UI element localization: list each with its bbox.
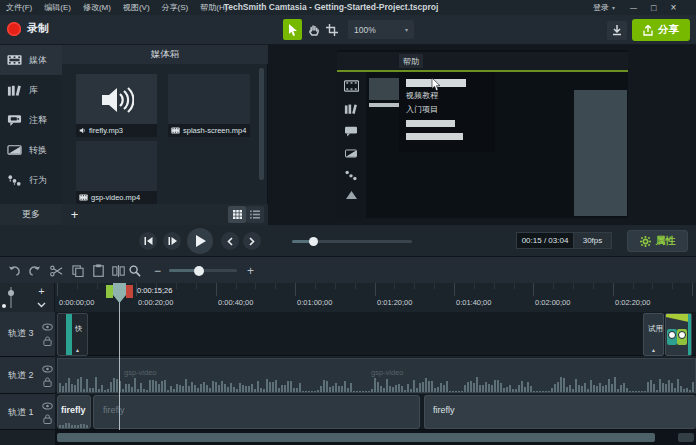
video-preview[interactable]: 帮助 视频教程 入门项目: [337, 50, 628, 218]
paste-button[interactable]: [90, 262, 107, 279]
add-media-button[interactable]: +: [66, 206, 83, 223]
scrollbar-corner: [0, 430, 55, 445]
grid-view-button[interactable]: [228, 206, 246, 223]
film-icon: [79, 194, 88, 201]
menu-edit[interactable]: 编辑(E): [38, 0, 77, 15]
track-lane-3[interactable]: [55, 312, 696, 356]
callout-icon: [7, 113, 22, 127]
zoom-in-button[interactable]: +: [243, 262, 258, 279]
clip-callouts[interactable]: [665, 313, 692, 356]
sidebar-item-label: 库: [29, 84, 38, 97]
timeline-zoom-slider[interactable]: [169, 269, 237, 272]
canvas-zoom-slider[interactable]: [292, 240, 412, 243]
clip-teal-strip: [688, 314, 692, 356]
magnifier-icon: [129, 265, 141, 277]
step-back-button[interactable]: [139, 232, 157, 250]
redo-button[interactable]: [26, 262, 43, 279]
clip-label: 快: [75, 324, 82, 334]
signin-button[interactable]: 登录 ▾: [593, 0, 615, 15]
collapse-tracks-button[interactable]: [33, 298, 50, 311]
eye-icon[interactable]: [42, 402, 53, 410]
zoom-value: 100%: [354, 25, 376, 35]
clip-intro[interactable]: 快 ▲: [57, 313, 88, 356]
clip-gsp-video[interactable]: gsp-video gsp-video: [57, 358, 696, 393]
undo-button[interactable]: [6, 262, 23, 279]
crop-tool-button[interactable]: [323, 19, 341, 40]
previous-button[interactable]: [221, 232, 239, 250]
split-button[interactable]: [110, 262, 127, 279]
clip-firefly-1[interactable]: firefly: [57, 395, 91, 429]
export-button[interactable]: [607, 21, 627, 40]
plus-icon: +: [71, 207, 79, 222]
lock-icon[interactable]: [43, 414, 52, 424]
zoom-select[interactable]: 100% ▾: [348, 20, 414, 39]
clip-firefly-2[interactable]: firefly: [93, 395, 420, 429]
track-name: 轨道 2: [8, 369, 34, 382]
expand-triangle-icon[interactable]: ▲: [75, 348, 80, 353]
transition-icon: [344, 148, 358, 159]
copy-button[interactable]: [69, 262, 86, 279]
media-item-splash[interactable]: splash-screen.mp4: [168, 74, 250, 137]
media-scrollbar[interactable]: [259, 68, 264, 180]
fps-display[interactable]: 30fps: [573, 232, 612, 249]
playhead-out-handle[interactable]: [126, 285, 133, 298]
sidebar-item-library[interactable]: 库: [0, 75, 62, 105]
lock-icon[interactable]: [43, 336, 52, 346]
preview-menu-item[interactable]: 入门项目: [406, 104, 438, 115]
close-button[interactable]: ×: [670, 2, 676, 13]
minimize-button[interactable]: —: [630, 4, 637, 11]
menu-file[interactable]: 文件(F): [0, 0, 38, 15]
expand-triangle-icon[interactable]: ▲: [651, 348, 656, 353]
clip-trial[interactable]: 试用 ▲: [643, 313, 664, 356]
clip-firefly-3[interactable]: firefly: [424, 395, 696, 429]
eye-icon[interactable]: [42, 365, 53, 373]
menu-share[interactable]: 分享(S): [156, 0, 195, 15]
slider-thumb[interactable]: [194, 266, 204, 276]
maximize-button[interactable]: □: [651, 3, 656, 13]
cursor-tool-button[interactable]: [283, 19, 302, 40]
sidebar-item-media[interactable]: 媒体: [0, 45, 62, 75]
menu-modify[interactable]: 修改(M): [77, 0, 117, 15]
scrollbar-segment[interactable]: [678, 433, 694, 442]
window-title: TechSmith Camtasia - Getting-Started-Pro…: [224, 2, 439, 12]
sidebar-item-label: 注释: [29, 114, 47, 127]
step-forward-button[interactable]: [163, 232, 181, 250]
preview-menu-label: 帮助: [399, 54, 423, 68]
upload-icon: [643, 25, 653, 36]
split-icon: [112, 265, 125, 277]
list-view-button[interactable]: [246, 206, 264, 223]
track-height-slider-thumb[interactable]: [8, 290, 14, 296]
properties-button[interactable]: 属性: [627, 230, 688, 252]
lock-icon[interactable]: [43, 377, 52, 387]
cut-button[interactable]: [48, 262, 65, 279]
menu-view[interactable]: 视图(V): [117, 0, 156, 15]
slider-thumb[interactable]: [309, 237, 318, 246]
zoom-out-button[interactable]: −: [150, 262, 165, 279]
add-track-button[interactable]: +: [33, 284, 50, 297]
horizontal-scrollbar-thumb[interactable]: [57, 433, 655, 442]
media-bin-title: 媒体箱: [151, 48, 180, 61]
more-button[interactable]: 更多: [0, 204, 62, 225]
caret-down-icon: ▾: [405, 26, 408, 33]
record-button[interactable]: 录制: [7, 21, 49, 36]
sidebar-item-transitions[interactable]: 转换: [0, 135, 62, 165]
play-button[interactable]: [187, 228, 213, 254]
media-label: gsp-video.mp4: [76, 191, 157, 204]
pan-tool-button[interactable]: [304, 19, 322, 40]
chevron-down-icon: [37, 302, 46, 308]
media-item-firefly[interactable]: firefly.mp3: [76, 74, 157, 137]
timeline-zoom-tool[interactable]: [126, 262, 143, 279]
playhead-line[interactable]: [119, 301, 120, 430]
sidebar-item-annotations[interactable]: 注释: [0, 105, 62, 135]
playhead-in-handle[interactable]: [106, 285, 113, 298]
media-item-gsp[interactable]: gsp-video.mp4: [76, 141, 157, 204]
share-button[interactable]: 分享: [632, 19, 690, 41]
sidebar-item-label: 转换: [29, 144, 47, 157]
next-button[interactable]: [243, 232, 261, 250]
track-name: 轨道 1: [8, 406, 34, 419]
sidebar-item-behaviors[interactable]: 行为: [0, 165, 62, 195]
ruler-label: 0:01:40;00: [456, 298, 491, 307]
copy-icon: [72, 265, 84, 277]
eye-icon[interactable]: [42, 323, 53, 331]
preview-menu-item[interactable]: 视频教程: [406, 90, 438, 101]
